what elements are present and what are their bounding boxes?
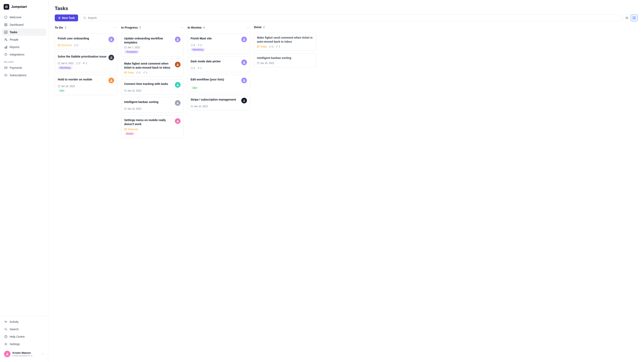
board-view-button[interactable] (631, 14, 638, 21)
tags-row: Dev (58, 88, 114, 92)
card-top: Make figbot send comment when ticket is … (257, 36, 313, 44)
card-title: Stripe / subscription management (190, 98, 240, 102)
tags-row: Dev (190, 85, 247, 90)
svg-point-16 (6, 344, 6, 345)
svg-rect-26 (58, 85, 60, 87)
card-title: Make figbot send comment when ticket is … (257, 36, 313, 44)
sidebar-label-settings: Settings (10, 343, 20, 346)
task-card[interactable]: Edit workflow (your lists) Dev (188, 75, 250, 92)
svg-rect-19 (633, 17, 634, 19)
card-meta: Jan 7, 2022 (124, 46, 180, 49)
sidebar-user[interactable]: Kristin Watson kw@saaspatterns.io ··· (2, 349, 46, 359)
column-todo: To Do 3 ··· Finish user onboarding Tomor… (55, 24, 117, 357)
billing-section-label: BILLING (2, 58, 46, 64)
svg-point-1 (6, 6, 7, 7)
tag: Mobile (124, 132, 135, 136)
card-attachment: 1 (83, 62, 87, 65)
task-card[interactable]: Connect time tracking with tasks Jan 10,… (121, 79, 184, 95)
task-card[interactable]: Stripe / subscription management Jan 10,… (188, 95, 250, 110)
search-icon (4, 328, 8, 331)
col-menu-inreview[interactable]: ··· (246, 25, 250, 29)
svg-rect-4 (6, 23, 7, 25)
avatar (108, 78, 114, 83)
card-date: Today (257, 45, 267, 48)
svg-point-23 (111, 56, 112, 58)
svg-rect-7 (5, 31, 7, 33)
task-card[interactable]: Update onboarding workflow templates Jan… (121, 33, 184, 56)
col-menu-todo[interactable]: ··· (114, 25, 117, 29)
task-card[interactable]: Solve the Dabble prioritisation issue Ja… (55, 52, 117, 72)
sidebar-item-activity[interactable]: Activity (2, 318, 46, 325)
new-task-button[interactable]: New Task (55, 14, 78, 21)
task-card[interactable]: Dark mode date picker 2 1 (188, 56, 250, 72)
svg-point-40 (244, 99, 245, 101)
svg-point-25 (111, 79, 112, 81)
task-card[interactable]: Hold to reorder on mobile Jan 10, 2022 D… (55, 75, 117, 95)
card-title: Edit workflow (your lists) (190, 78, 240, 82)
card-top: Finish Mast site (190, 37, 247, 42)
col-header-done: Done 2 (254, 24, 316, 30)
search-input[interactable] (88, 16, 618, 19)
sidebar-item-dashboard[interactable]: Dashboard (2, 21, 46, 28)
card-title: Settings menu on mobile really doesn't w… (124, 118, 173, 126)
svg-rect-5 (5, 25, 6, 26)
sidebar-item-reports[interactable]: Reports (2, 43, 46, 51)
card-date: Jan 7, 2022 (124, 46, 140, 49)
sidebar: Jumpstart Welcome Dashboard Tasks (0, 0, 48, 362)
col-header-todo: To Do 3 ··· (55, 24, 117, 31)
card-title: Update onboarding workflow templates (124, 37, 173, 44)
list-view-button[interactable] (624, 14, 630, 21)
sidebar-item-welcome[interactable]: Welcome (2, 14, 46, 21)
svg-rect-6 (6, 25, 7, 26)
task-card[interactable]: Intelligent kanban sorting Jan 10, 2022 (121, 97, 184, 113)
svg-rect-34 (124, 108, 126, 110)
card-meta: Today 2 1 (124, 71, 180, 74)
col-menu-inprogress[interactable]: ··· (180, 25, 184, 29)
svg-rect-32 (124, 90, 126, 92)
task-card[interactable]: Make figbot send comment when ticket is … (254, 33, 316, 51)
card-meta: Jan 10, 2022 (124, 89, 180, 92)
tags-row: Templates (124, 49, 180, 54)
card-attachment: 1 (143, 71, 148, 74)
task-card[interactable]: Make figbot send comment when ticket is … (121, 59, 184, 77)
avatar (241, 98, 247, 103)
app-name: Jumpstart (11, 5, 27, 9)
task-card[interactable]: Intelligent kanban sorting Jan 10, 2022 (254, 53, 316, 67)
user-more-icon[interactable]: ··· (42, 352, 44, 356)
page-header: Tasks (48, 0, 644, 14)
page-title: Tasks (55, 6, 638, 11)
card-top: Solve the Dabble prioritisation issue (58, 55, 114, 60)
svg-rect-24 (58, 62, 60, 64)
task-card[interactable]: Settings menu on mobile really doesn't w… (121, 115, 184, 138)
card-title: Make figbot send comment when ticket is … (124, 62, 173, 70)
logo-icon (4, 4, 9, 10)
card-date: Tomorrow (58, 44, 72, 47)
card-top: Intelligent kanban sorting (257, 56, 313, 60)
app-logo[interactable]: Jumpstart (0, 0, 48, 13)
svg-point-17 (7, 353, 8, 354)
card-meta: Jan 10, 2022 (124, 107, 180, 110)
avatar (108, 55, 114, 60)
svg-rect-30 (124, 72, 126, 74)
card-title: Intelligent kanban sorting (124, 100, 173, 104)
tag: Dev (58, 89, 66, 92)
sidebar-item-tasks[interactable]: Tasks (2, 28, 46, 36)
card-top: Dark mode date picker (190, 59, 247, 65)
sidebar-item-payments[interactable]: Payments (2, 64, 46, 71)
col-header-inreview: In Review 4 ··· (188, 24, 250, 31)
sidebar-item-settings[interactable]: Settings (2, 341, 46, 348)
sidebar-item-help[interactable]: Help Centre (2, 333, 46, 340)
svg-rect-28 (124, 47, 126, 48)
sidebar-item-search[interactable]: Search (2, 326, 46, 333)
card-meta: Tomorrow (124, 128, 180, 131)
card-meta: Today 2 1 (257, 45, 313, 48)
sidebar-item-subscriptions[interactable]: Subscriptions (2, 72, 46, 79)
sidebar-label-integrations: Integrations (10, 53, 24, 56)
svg-point-31 (177, 84, 178, 85)
card-top: Connect time tracking with tasks (124, 82, 180, 88)
sidebar-item-integrations[interactable]: Integrations (2, 51, 46, 58)
task-card[interactable]: Finish user onboarding Tomorrow 1 (55, 33, 117, 49)
sidebar-item-people[interactable]: People (2, 36, 46, 43)
card-meta: Jan 10, 2022 (190, 105, 247, 108)
task-card[interactable]: Finish Mast site 4 2 Mark (188, 33, 250, 54)
